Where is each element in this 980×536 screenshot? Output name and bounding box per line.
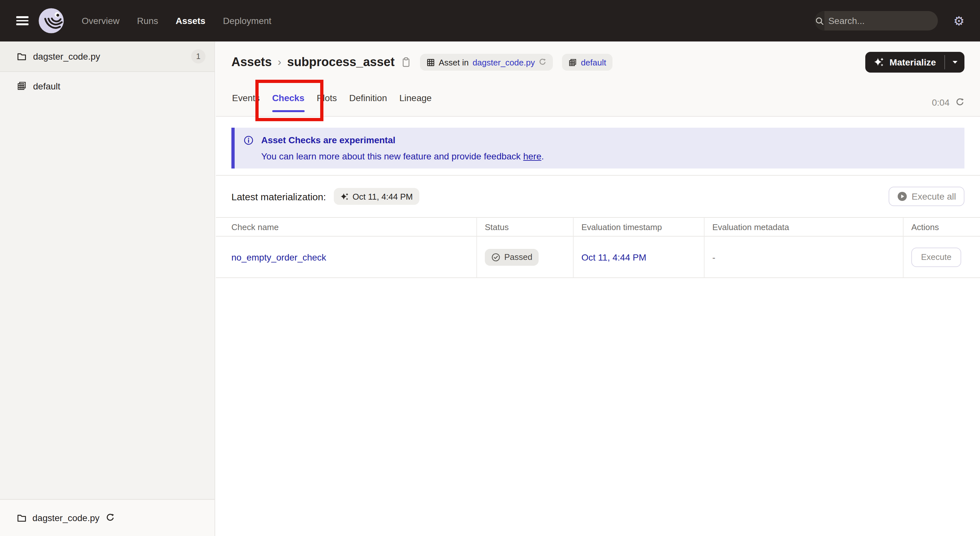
latest-materialization-row: Latest materialization: Oct 11, 4:44 PM	[216, 186, 980, 207]
column-header-evaluation-metadata: Evaluation metadata	[705, 217, 904, 237]
materialize-dropdown-button[interactable]	[945, 52, 964, 73]
materialize-label: Materialize	[889, 57, 936, 67]
column-header-actions: Actions	[904, 217, 980, 237]
asset-definition-chip[interactable]: Asset in dagster_code.py	[420, 54, 553, 71]
asset-count-badge: 1	[191, 49, 205, 64]
cell-evaluation-metadata: -	[705, 237, 904, 278]
global-search[interactable]: /	[815, 11, 938, 30]
status-badge: Passed	[485, 248, 539, 266]
tab-lineage[interactable]: Lineage	[399, 84, 432, 116]
asset-page-header: Assets › subprocess_asset	[216, 41, 980, 117]
sidebar-item-label: default	[33, 81, 60, 91]
status-label: Passed	[504, 252, 533, 262]
sidebar-item-code-file[interactable]: dagster_code.py 1	[0, 41, 215, 72]
banner-body: You can learn more about this new featur…	[261, 151, 955, 161]
chip-refresh-icon[interactable]	[539, 58, 546, 66]
column-header-evaluation-timestamp: Evaluation timestamp	[574, 217, 705, 237]
cell-actions: Execute	[904, 237, 980, 278]
sparkles-icon	[874, 57, 885, 67]
check-name-link[interactable]: no_empty_order_check	[231, 252, 326, 262]
breadcrumb: Assets › subprocess_asset	[231, 51, 964, 74]
asset-chip-prefix: Asset in	[439, 57, 469, 67]
refresh-icon[interactable]	[955, 98, 964, 107]
nav-links: Overview Runs Assets Deployment	[82, 16, 271, 26]
asset-group-icon	[568, 58, 577, 67]
folder-icon	[17, 513, 27, 523]
tab-events[interactable]: Events	[231, 84, 261, 116]
sidebar-item-default-group[interactable]: default	[0, 72, 215, 100]
asset-chip-code-link[interactable]: dagster_code.py	[473, 57, 535, 67]
cell-check-name: no_empty_order_check	[216, 237, 477, 278]
banner-body-suffix: .	[541, 151, 544, 161]
column-header-check-name: Check name	[216, 217, 477, 237]
execute-all-button[interactable]: Execute all	[888, 187, 964, 206]
feedback-link[interactable]: here	[523, 151, 541, 161]
play-circle-icon	[897, 191, 907, 202]
banner-section: Asset Checks are experimental You can le…	[216, 117, 980, 169]
tab-checks[interactable]: Checks	[272, 84, 305, 116]
tab-definition[interactable]: Definition	[349, 84, 388, 116]
experimental-banner: Asset Checks are experimental You can le…	[231, 128, 964, 169]
app: Overview Runs Assets Deployment / ⚙ dags…	[0, 0, 980, 536]
banner-body-text: You can learn more about this new featur…	[261, 151, 523, 161]
cell-evaluation-timestamp: Oct 11, 4:44 PM	[574, 237, 705, 278]
execute-label: Execute	[921, 252, 951, 262]
section-divider	[216, 175, 980, 176]
menu-hamburger-icon[interactable]	[16, 16, 29, 25]
group-chip-link[interactable]: default	[581, 57, 606, 67]
nav-item-runs[interactable]: Runs	[137, 16, 158, 26]
cell-status: Passed	[477, 237, 574, 278]
asset-tabs: Events Checks Plots Definition Lineage	[231, 84, 432, 116]
asset-sidebar: dagster_code.py 1 default dagster_code.p…	[0, 41, 215, 536]
materialize-button[interactable]: Materialize	[865, 52, 944, 73]
reload-location-icon[interactable]	[105, 513, 115, 522]
search-icon	[815, 11, 824, 30]
top-nav: Overview Runs Assets Deployment / ⚙	[0, 0, 980, 41]
execute-check-button[interactable]: Execute	[911, 247, 961, 267]
info-icon	[244, 135, 261, 145]
materialize-split-button: Materialize	[865, 52, 964, 73]
chevron-down-icon	[952, 60, 958, 64]
search-input[interactable]	[824, 16, 938, 26]
nav-item-overview[interactable]: Overview	[82, 16, 119, 26]
check-circle-icon	[491, 253, 500, 261]
sidebar-footer-code-location[interactable]: dagster_code.py	[0, 499, 215, 536]
sparkles-icon	[340, 192, 349, 200]
asset-grid-icon	[426, 58, 435, 67]
main-content: Assets › subprocess_asset	[216, 41, 980, 536]
column-header-status: Status	[477, 217, 574, 237]
settings-gear-icon[interactable]: ⚙	[953, 14, 964, 27]
folder-icon	[17, 51, 27, 61]
asset-group-icon	[17, 81, 27, 91]
evaluation-timestamp-link[interactable]: Oct 11, 4:44 PM	[581, 252, 646, 262]
sidebar-item-label: dagster_code.py	[33, 51, 100, 62]
breadcrumb-separator: ›	[278, 56, 281, 69]
nav-item-deployment[interactable]: Deployment	[223, 16, 271, 26]
refresh-timer: 0:04	[932, 97, 965, 108]
nav-item-assets[interactable]: Assets	[176, 16, 205, 26]
dagster-logo-icon[interactable]	[38, 8, 64, 34]
metadata-empty-value: -	[712, 252, 715, 262]
copy-asset-name-icon[interactable]	[401, 57, 411, 67]
materialization-timestamp: Oct 11, 4:44 PM	[353, 191, 413, 201]
page-title: subprocess_asset	[287, 55, 395, 69]
latest-materialization-label: Latest materialization:	[231, 191, 326, 202]
banner-title: Asset Checks are experimental	[261, 135, 955, 145]
tab-plots[interactable]: Plots	[316, 84, 337, 116]
timer-value: 0:04	[932, 97, 950, 108]
code-location-label: dagster_code.py	[32, 513, 100, 523]
materialization-timestamp-chip[interactable]: Oct 11, 4:44 PM	[334, 188, 419, 205]
breadcrumb-assets-link[interactable]: Assets	[231, 55, 272, 69]
checks-table: Check name Status Evaluation timestamp E…	[216, 217, 980, 278]
asset-group-chip[interactable]: default	[562, 54, 612, 71]
execute-all-label: Execute all	[912, 191, 956, 202]
